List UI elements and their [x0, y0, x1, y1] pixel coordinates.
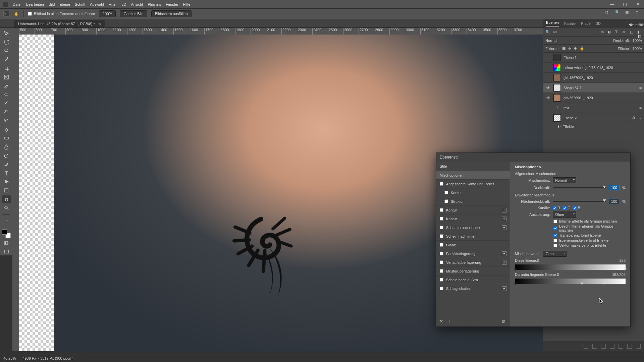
style-item-bevel[interactable]: Abgeflachte Kante und Relief — [436, 180, 510, 188]
color-panel-icon[interactable]: �eterminate — [629, 23, 644, 27]
close-tab-icon[interactable]: ✕ — [98, 22, 101, 26]
visibility-toggle[interactable]: 👁 — [545, 96, 551, 100]
fg-swatch[interactable] — [2, 229, 7, 235]
dialog-title[interactable]: Ebenenstil — [436, 153, 630, 162]
hand-tool-icon[interactable]: ✋ — [13, 11, 19, 17]
path-select-icon[interactable] — [2, 178, 11, 185]
add-effect-icon[interactable]: + — [502, 208, 506, 213]
fx-footer-icon[interactable]: fx — [440, 319, 444, 324]
style-item-pattern-overlay[interactable]: Musterüberlagerung — [436, 267, 510, 276]
pen-tool-icon[interactable] — [2, 161, 11, 168]
style-item-stroke[interactable]: Kontur+ — [436, 206, 510, 215]
group-icon[interactable] — [619, 344, 623, 349]
menu-item[interactable]: Ansicht — [131, 2, 143, 6]
filter-type-icon[interactable]: T — [615, 30, 620, 35]
fill-value[interactable]: 100% — [633, 47, 642, 51]
visibility-toggle[interactable]: 👁 — [545, 86, 551, 90]
hand-tool-icon[interactable] — [2, 195, 11, 203]
layer-row[interactable]: T text ▣ — [543, 103, 644, 113]
brush-tool-icon[interactable] — [2, 100, 11, 107]
vector-mask-hides-checkbox[interactable] — [553, 244, 557, 247]
lasso-tool-icon[interactable] — [2, 47, 11, 55]
fill-screen-button[interactable]: Bildschirm ausfüllen — [151, 10, 192, 17]
dodge-tool-icon[interactable] — [2, 152, 11, 159]
minimize-button[interactable]: — — [606, 0, 619, 8]
style-item-outer-glow[interactable]: Schein nach außen — [436, 276, 510, 284]
history-brush-icon[interactable] — [2, 117, 11, 124]
lock-artboard-icon[interactable]: ⊕ — [574, 46, 577, 51]
blur-tool-icon[interactable] — [2, 143, 11, 150]
style-item-stroke2[interactable]: Kontur+ — [436, 215, 510, 223]
vertical-ruler[interactable] — [12, 35, 19, 351]
maximize-button[interactable]: ▢ — [619, 0, 631, 8]
heal-tool-icon[interactable] — [2, 91, 11, 98]
trash-icon[interactable]: 🗑 — [502, 319, 506, 324]
style-item-contour[interactable]: Kontur — [436, 188, 510, 197]
layer-mask-hides-checkbox[interactable] — [553, 239, 557, 242]
effects-row[interactable]: 👁 Effekte — [543, 123, 644, 130]
adjustment-icon[interactable] — [610, 344, 614, 349]
gradient-tool-icon[interactable] — [2, 134, 11, 142]
share-icon[interactable]: ⇪ — [635, 10, 641, 15]
eyedropper-tool-icon[interactable] — [2, 82, 11, 89]
opacity-input[interactable]: 100 — [609, 185, 620, 190]
horizontal-ruler[interactable]: 5006007008009001000110012001300140015001… — [19, 28, 543, 35]
eye-icon[interactable]: 👁 — [557, 125, 560, 129]
crop-tool-icon[interactable] — [2, 65, 11, 72]
collapse-fx-icon[interactable]: ⌄ — [639, 116, 642, 120]
scroll-all-windows-checkbox[interactable]: Bildlauf in allen Fenstern durchführen — [28, 12, 95, 16]
menu-item[interactable]: 3D — [121, 2, 126, 6]
add-effect-icon[interactable]: + — [502, 217, 506, 221]
menu-item[interactable]: Filter — [109, 2, 117, 6]
channel-r-checkbox[interactable]: R — [553, 206, 560, 210]
document-tab[interactable]: Unbenannt-1 bei 46,2% (Shape 87 1, RGB/8… — [14, 20, 105, 27]
style-item-inner-glow[interactable]: Schein nach innen — [436, 232, 510, 241]
layer-row[interactable]: Ebene 1 — [543, 53, 644, 63]
menu-item[interactable]: Fenster — [166, 2, 178, 6]
add-effect-icon[interactable]: + — [502, 286, 506, 291]
style-item-inner-shadow[interactable]: Schatten nach innen+ — [436, 223, 510, 232]
channel-b-checkbox[interactable]: B — [573, 206, 580, 210]
menu-item[interactable]: Bearbeiten — [26, 2, 44, 6]
status-arrow-icon[interactable]: › — [80, 356, 82, 360]
menu-item[interactable]: Hilfe — [183, 2, 190, 6]
channel-g-checkbox[interactable]: G — [563, 206, 571, 210]
marquee-tool-icon[interactable] — [2, 39, 11, 46]
menu-item[interactable]: Datei — [13, 2, 21, 6]
transparency-shapes-checkbox[interactable] — [553, 234, 557, 237]
zoom-100-button[interactable]: 100% — [99, 10, 116, 17]
layer-row[interactable]: girl-1867092_1920 — [543, 73, 644, 83]
trash-icon[interactable] — [636, 344, 641, 349]
search-icon[interactable]: 🔍 — [615, 10, 621, 15]
lock-position-icon[interactable]: ✢ — [568, 46, 571, 51]
quickmask-icon[interactable] — [2, 239, 11, 247]
filter-smart-icon[interactable]: ▢ — [630, 30, 635, 35]
style-item-drop-shadow[interactable]: Schlagschatten+ — [436, 284, 510, 293]
menu-item[interactable]: Auswahl — [90, 2, 104, 6]
fill-opacity-input[interactable]: 100 — [609, 199, 620, 204]
shape-tool-icon[interactable] — [2, 187, 11, 194]
add-effect-icon[interactable]: + — [502, 225, 506, 230]
layer-row[interactable]: colour-wheel-gb9f78d013_1920 — [543, 63, 644, 73]
layer-filter-type[interactable]: Art — [553, 30, 598, 34]
blend-clipped-checkbox[interactable] — [553, 227, 557, 230]
fx-icon[interactable] — [592, 344, 597, 349]
eraser-tool-icon[interactable] — [2, 126, 11, 133]
style-item-texture[interactable]: Struktur — [436, 197, 510, 206]
filter-adjust-icon[interactable]: ◐ — [608, 30, 612, 35]
menu-item[interactable]: Bild — [49, 2, 55, 6]
filter-pixel-icon[interactable]: ▭ — [600, 30, 605, 35]
layer-row[interactable]: 👁 Shape 87 1 ▣ — [543, 83, 644, 93]
blend-interior-checkbox[interactable] — [553, 220, 557, 223]
frame-tool-icon[interactable] — [2, 73, 11, 81]
close-button[interactable]: ✕ — [631, 0, 644, 8]
link-layers-icon[interactable] — [584, 344, 588, 349]
fit-screen-button[interactable]: Ganzes Bild — [120, 10, 147, 17]
add-effect-icon[interactable]: + — [502, 251, 506, 256]
status-dimensions[interactable]: 4936 Px × 3319 Px (300 ppcm) — [22, 356, 73, 360]
lock-all-icon[interactable]: 🔒 — [580, 46, 584, 51]
tab-paths[interactable]: Pfade — [581, 21, 591, 25]
blend-mode-select[interactable]: Normal — [545, 39, 610, 43]
wand-tool-icon[interactable] — [2, 56, 11, 63]
zoom-tool-icon[interactable] — [2, 204, 11, 212]
